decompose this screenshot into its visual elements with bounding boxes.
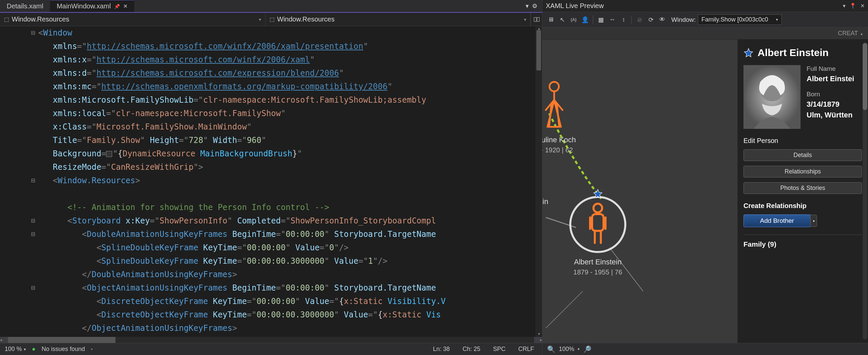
fold-toggle-icon[interactable]: ⊟ [31, 30, 35, 36]
close-icon[interactable]: ✕ [123, 3, 128, 9]
photos-stories-button[interactable]: Photos & Stories [743, 182, 862, 194]
namespace-icon: ⬚ [4, 16, 9, 23]
born-place: Ulm, Württen [807, 111, 862, 120]
fold-toggle-icon[interactable]: ⊟ [31, 285, 35, 291]
male-figure-icon [583, 203, 613, 246]
code-line[interactable]: xmlns:local="clr-namespace:Microsoft.Fam… [38, 107, 535, 120]
code-line[interactable]: <Storyboard x:Key="ShowPersonInfo" Compl… [38, 214, 535, 227]
code-line[interactable]: <!-- Animation for showing the Person In… [38, 201, 535, 214]
scroll-thumb[interactable] [8, 337, 116, 343]
tab-details[interactable]: Details.xaml [0, 0, 50, 12]
svg-rect-1 [537, 18, 539, 22]
scroll-thumb[interactable] [536, 30, 541, 70]
display-icon[interactable]: 🖥 [546, 15, 556, 25]
line-indicator[interactable]: Ln: 38 [430, 346, 453, 353]
preview-canvas[interactable]: Pauline Koch 8 - 1920 | 62 …tein | 70 [542, 40, 737, 343]
code-line[interactable]: xmlns:mc="http://schemas.openxmlformats.… [38, 80, 535, 93]
code-line[interactable]: xmlns="http://schemas.microsoft.com/winf… [38, 40, 535, 53]
gear-icon[interactable]: ⚙ [532, 2, 537, 10]
editor-status-bar: 100 % ▾ ● No issues found ▾ Ln: 38 Ch: 2… [0, 343, 542, 355]
chevron-down-icon[interactable]: ▾ [259, 17, 261, 22]
window-label: Window: [671, 16, 696, 24]
code-line[interactable] [38, 187, 535, 201]
person-circle [569, 196, 626, 253]
ruler-v-icon[interactable]: ↕ [619, 15, 629, 25]
breadcrumb-right[interactable]: ⬚ Window.Resources ▾ [266, 13, 531, 26]
zoom-in-icon[interactable]: 🔎 [583, 345, 591, 353]
window-selector[interactable]: Family.Show [0x003c0c0 ▾ [698, 14, 782, 25]
vertical-scrollbar[interactable] [863, 43, 867, 340]
chevron-down-icon[interactable]: ▾ [524, 17, 526, 22]
fold-toggle-icon[interactable]: ⊟ [31, 231, 35, 237]
eye-icon[interactable]: 👁 [657, 15, 667, 25]
code-line[interactable]: <SplineDoubleKeyFrame KeyTime="00:00:00"… [38, 241, 535, 254]
code-line[interactable]: x:Class="Microsoft.FamilyShow.MainWindow… [38, 120, 535, 133]
pin-icon[interactable]: 📌 [114, 4, 120, 9]
tree-node-partial[interactable]: …tein | 70 [542, 197, 548, 216]
zoom-control[interactable]: 100 % ▾ [5, 346, 26, 353]
disabled-icon[interactable]: ⊘ [634, 15, 645, 25]
breadcrumb-left[interactable]: ⬚ Window.Resources ▾ [0, 13, 266, 26]
zoom-out-icon[interactable]: 🔍 [547, 345, 556, 353]
line-ending[interactable]: CRLF [515, 346, 537, 353]
code-line[interactable]: <DiscreteObjectKeyFrame KeyTime="00:00:0… [38, 295, 535, 308]
layout-icon[interactable]: ▦ [596, 15, 606, 25]
braces-icon[interactable]: {A} [568, 15, 579, 25]
code-line[interactable]: xmlns:d="http://schemas.microsoft.com/ex… [38, 66, 535, 80]
scroll-down-icon[interactable]: ▾ [536, 331, 542, 336]
chevron-down-icon[interactable]: ▾ [810, 215, 817, 227]
person-portrait[interactable] [743, 65, 801, 129]
details-button[interactable]: Details [743, 149, 862, 161]
vertical-scrollbar[interactable]: ▴ ▾ [535, 26, 542, 337]
tab-mainwindow[interactable]: MainWindow.xaml 📌 ✕ [50, 0, 134, 12]
code-line[interactable]: <DoubleAnimationUsingKeyFrames BeginTime… [38, 227, 535, 241]
edit-person-label: Edit Person [743, 137, 862, 144]
pin-icon[interactable]: 📍 [849, 3, 856, 9]
tree-node-pauline[interactable]: Pauline Koch 8 - 1920 | 62 [542, 80, 576, 154]
split-vertical-icon[interactable] [531, 13, 542, 26]
code-line[interactable]: xmlns:Microsoft.FamilyShowLib="clr-names… [38, 93, 535, 107]
code-line[interactable]: </ObjectAnimationUsingKeyFrames> [38, 321, 535, 335]
born-label: Born [807, 91, 862, 98]
code-line[interactable]: <Window [38, 26, 535, 40]
chevron-down-icon[interactable]: ▾ [526, 2, 529, 10]
chevron-down-icon[interactable]: ▾ [24, 347, 26, 352]
close-icon[interactable]: ✕ [860, 3, 865, 9]
tree-node-albert[interactable]: Albert Einstein 1879 - 1955 | 76 [569, 184, 626, 276]
person-icon[interactable]: 👤 [580, 15, 590, 25]
family-section-header[interactable]: Family (9) [743, 234, 862, 248]
scroll-thumb[interactable] [863, 43, 867, 110]
code-line[interactable]: xmlns:x="http://schemas.microsoft.com/wi… [38, 53, 535, 66]
chevron-down-icon[interactable]: ▾ [578, 347, 580, 351]
relationships-button[interactable]: Relationships [743, 166, 862, 178]
issues-text: No issues found [42, 346, 85, 353]
preview-title-bar: XAML Live Preview ▾ 📍 ✕ [542, 0, 868, 12]
fold-toggle-icon[interactable]: ⊟ [31, 177, 35, 184]
chevron-up-icon[interactable]: ▴ [861, 31, 863, 36]
indent-mode[interactable]: SPC [490, 346, 509, 353]
ruler-h-icon[interactable]: ↔ [607, 15, 617, 25]
cursor-icon[interactable]: ↖ [557, 15, 567, 25]
code-line[interactable]: <ObjectAnimationUsingKeyFrames BeginTime… [38, 281, 535, 295]
code-line[interactable]: Background="{DynamicResource MainBackgro… [38, 147, 535, 160]
preview-status-bar: 🔍 100% ▾ 🔎 [542, 343, 868, 355]
chevron-down-icon: ▾ [776, 18, 778, 22]
chevron-down-icon: ▾ [91, 347, 93, 351]
add-brother-button[interactable]: Add Brother ▾ [743, 215, 811, 227]
code-line[interactable]: </DoubleAnimationUsingKeyFrames> [38, 268, 535, 281]
code-line[interactable]: <Window.Resources> [38, 174, 535, 187]
female-figure-icon [542, 80, 571, 133]
code-line[interactable]: Title="Family.Show" Height="728" Width="… [38, 133, 535, 147]
code-line[interactable]: <SplineDoubleKeyFrame KeyTime="00:00:00.… [38, 254, 535, 268]
breadcrumb-bar: ⬚ Window.Resources ▾ ⬚ Window.Resources … [0, 13, 542, 26]
code-line[interactable]: <DiscreteObjectKeyFrame KeyTime="00:00:0… [38, 308, 535, 321]
refresh-icon[interactable]: ⟳ [646, 15, 656, 25]
code-line[interactable]: ResizeMode="CanResizeWithGrip"> [38, 160, 535, 174]
char-indicator[interactable]: Ch: 25 [459, 346, 484, 353]
born-date: 3/14/1879 [807, 100, 862, 109]
horizontal-scrollbar[interactable]: ◂ ▸ [0, 337, 542, 343]
code-editor[interactable]: ⊟⊟⊟⊟⊟ <Window xmlns="http://schemas.micr… [0, 26, 542, 337]
fold-toggle-icon[interactable]: ⊟ [31, 218, 35, 224]
zoom-value: 100% [559, 346, 574, 353]
chevron-down-icon[interactable]: ▾ [843, 3, 845, 9]
